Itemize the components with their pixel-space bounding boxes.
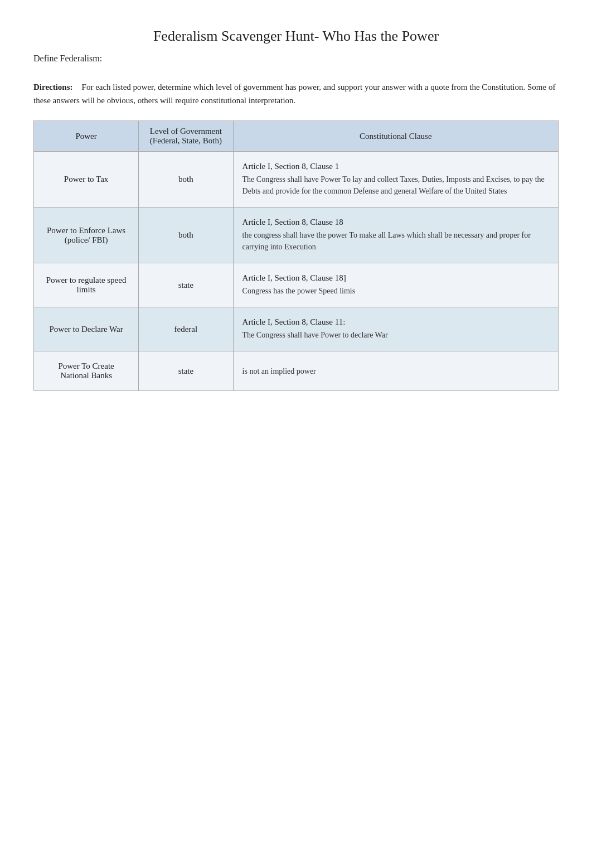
clause-title: Article I, Section 8, Clause 18 <box>242 218 549 227</box>
define-federalism-label: Define Federalism: <box>33 54 559 64</box>
clause-title: Article I, Section 8, Clause 18] <box>242 273 549 283</box>
cell-clause: Article I, Section 8, Clause 18the congr… <box>233 208 558 263</box>
cell-level: both <box>139 208 233 263</box>
clause-title: Article I, Section 8, Clause 1 <box>242 162 549 171</box>
clause-text: The Congress shall have Power To lay and… <box>242 173 549 197</box>
clause-text: is not an implied power <box>242 365 549 377</box>
table-row: Power to regulate speed limitsstateArtic… <box>34 263 559 307</box>
table-row: Power to Enforce Laws (police/ FBI)bothA… <box>34 208 559 263</box>
header-level: Level of Government (Federal, State, Bot… <box>139 121 233 152</box>
page-title: Federalism Scavenger Hunt- Who Has the P… <box>33 28 559 45</box>
directions-text: For each listed power, determine which l… <box>33 83 555 105</box>
cell-power: Power to Declare War <box>34 307 139 351</box>
cell-clause: Article I, Section 8, Clause 11:The Cong… <box>233 307 558 351</box>
cell-level: federal <box>139 307 233 351</box>
clause-text: Congress has the power Speed limis <box>242 285 549 297</box>
clause-title: Article I, Section 8, Clause 11: <box>242 317 549 327</box>
directions-label: Directions: <box>33 83 73 91</box>
powers-table: Power Level of Government (Federal, Stat… <box>33 120 559 391</box>
cell-level: state <box>139 263 233 307</box>
table-header-row: Power Level of Government (Federal, Stat… <box>34 121 559 152</box>
header-clause: Constitutional Clause <box>233 121 558 152</box>
header-power: Power <box>34 121 139 152</box>
cell-power: Power to Enforce Laws (police/ FBI) <box>34 208 139 263</box>
cell-level: both <box>139 152 233 208</box>
cell-power: Power to Tax <box>34 152 139 208</box>
cell-power: Power to regulate speed limits <box>34 263 139 307</box>
table-row: Power to TaxbothArticle I, Section 8, Cl… <box>34 152 559 208</box>
cell-power: Power To Create National Banks <box>34 351 139 391</box>
cell-clause: Article I, Section 8, Clause 18]Congress… <box>233 263 558 307</box>
clause-text: The Congress shall have Power to declare… <box>242 329 549 341</box>
cell-clause: is not an implied power <box>233 351 558 391</box>
clause-text: the congress shall have the power To mak… <box>242 229 549 253</box>
cell-level: state <box>139 351 233 391</box>
directions-block: Directions:For each listed power, determ… <box>33 80 559 107</box>
table-row: Power To Create National Banksstateis no… <box>34 351 559 391</box>
table-row: Power to Declare WarfederalArticle I, Se… <box>34 307 559 351</box>
cell-clause: Article I, Section 8, Clause 1The Congre… <box>233 152 558 208</box>
